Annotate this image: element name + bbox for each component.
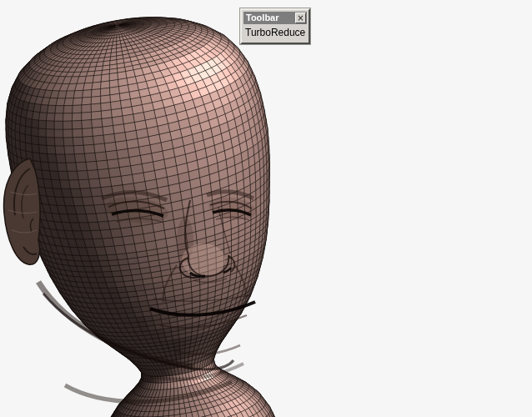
head-mesh-canvas[interactable] <box>0 0 532 417</box>
close-icon[interactable]: × <box>295 13 306 23</box>
turboreduce-button[interactable]: TurboReduce <box>245 27 306 39</box>
toolbar-body: TurboReduce <box>243 24 307 41</box>
toolbar-window: Toolbar × TurboReduce <box>240 8 310 44</box>
toolbar-title: Toolbar <box>246 12 279 24</box>
viewport-3d[interactable]: Toolbar × TurboReduce <box>0 0 532 417</box>
toolbar-titlebar[interactable]: Toolbar × <box>243 12 307 24</box>
